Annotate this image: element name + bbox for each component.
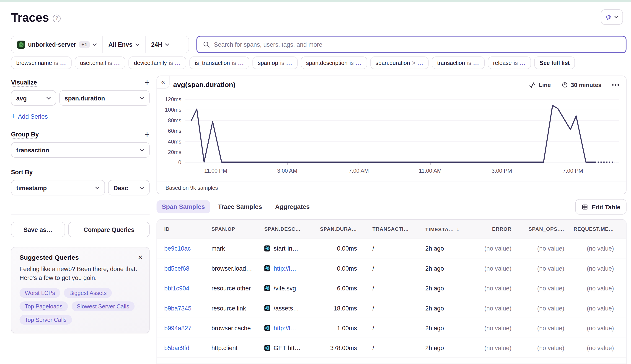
- aggregate-select[interactable]: avg: [11, 90, 56, 106]
- tab-span-samples[interactable]: Span Samples: [157, 200, 210, 213]
- span-id-link[interactable]: b9ba7345: [164, 304, 212, 312]
- chart-menu-icon[interactable]: [612, 84, 619, 86]
- plus-icon: +: [11, 112, 16, 120]
- span-id-link[interactable]: bbf1c904: [164, 284, 212, 291]
- group-by-label: Group By: [11, 131, 39, 138]
- column-header-span-op[interactable]: SPAN.OP: [211, 226, 264, 232]
- filter-chip-is-transaction[interactable]: is_transactionis...: [189, 56, 249, 69]
- column-header-timestamp[interactable]: TIMESTA…↓: [416, 226, 472, 232]
- span-id-link[interactable]: b5bac9fd: [164, 344, 212, 351]
- chart-title: avg(span.duration): [173, 81, 235, 89]
- suggested-query-top-server-calls[interactable]: Top Server Calls: [20, 315, 72, 324]
- filter-chip-user-email[interactable]: user.emailis...: [75, 56, 125, 69]
- filter-chip-span-duration[interactable]: span.duration>...: [370, 56, 429, 69]
- span-id-link[interactable]: bd5cef68: [164, 265, 212, 272]
- x-tick: 7:00 PM: [563, 168, 583, 174]
- table-header-row: ID SPAN.OP SPAN.DESC… SPAN.DURA… TRANSAC…: [157, 220, 626, 238]
- search-input[interactable]: [214, 41, 620, 48]
- span-description: /assets…: [273, 304, 299, 312]
- suggested-query-biggest-assets[interactable]: Biggest Assets: [64, 288, 112, 298]
- table-row: be9c10ac mark start-in… 0.00ms / 2h ago …: [157, 238, 626, 258]
- time-range-value: 24H: [151, 41, 162, 48]
- timestamp-value[interactable]: 2h ago: [425, 324, 444, 331]
- column-header-span-description[interactable]: SPAN.DESC…: [264, 226, 320, 232]
- suggested-queries-title: Suggested Queries: [20, 254, 141, 261]
- query-builder-sidebar: Visualize + avg span.duration + Add Seri…: [11, 76, 150, 333]
- see-full-list-button[interactable]: See full list: [534, 56, 575, 69]
- column-header-id[interactable]: ID: [164, 226, 212, 232]
- suggested-query-worst-lcps[interactable]: Worst LCPs: [20, 288, 60, 298]
- edit-table-button[interactable]: Edit Table: [575, 199, 626, 214]
- tab-trace-samples[interactable]: Trace Samples: [213, 200, 267, 213]
- span-description: /vite.svg: [273, 284, 296, 291]
- chevron-down-icon: [165, 43, 169, 46]
- compare-queries-button[interactable]: Compare Queries: [68, 222, 150, 237]
- filter-chip-release[interactable]: releaseis...: [488, 56, 531, 69]
- timestamp-value[interactable]: 2h ago: [425, 245, 444, 252]
- close-icon[interactable]: ×: [138, 253, 143, 261]
- filter-chip-device-family[interactable]: device.familyis...: [129, 56, 186, 69]
- project-icon: [17, 40, 25, 48]
- y-tick: 100ms: [160, 107, 181, 113]
- sort-direction-select[interactable]: Desc: [108, 180, 150, 196]
- line-chart-plot[interactable]: 11:00 PM 3:00 AM 7:00 AM 11:00 AM 3:00 P…: [185, 96, 619, 163]
- add-visualize-button[interactable]: +: [144, 79, 150, 86]
- suggested-query-slowest-server-calls[interactable]: Slowest Server Calls: [71, 301, 135, 311]
- chevron-down-icon: [140, 148, 145, 151]
- save-as-button[interactable]: Save as…: [11, 222, 65, 237]
- suggested-query-top-pageloads[interactable]: Top Pageloads: [20, 301, 68, 311]
- react-platform-icon: [264, 245, 270, 251]
- megaphone-icon: [605, 14, 612, 20]
- x-tick: 11:00 PM: [204, 168, 227, 174]
- timestamp-value[interactable]: 2h ago: [425, 284, 444, 291]
- table-row: bbf1c904 resource.other /vite.svg 6.00ms…: [157, 278, 626, 298]
- field-select[interactable]: span.duration: [59, 90, 150, 106]
- react-platform-icon: [264, 325, 270, 331]
- add-group-by-button[interactable]: +: [144, 131, 150, 138]
- sort-field-select[interactable]: timestamp: [11, 180, 105, 196]
- feedback-button[interactable]: [601, 9, 623, 25]
- x-tick: 11:00 AM: [419, 168, 442, 174]
- environment-selector[interactable]: All Envs: [103, 36, 145, 53]
- column-header-span-ops[interactable]: SPAN_OPS.…: [518, 226, 571, 232]
- span-id-link[interactable]: b994a827: [164, 324, 212, 331]
- help-icon[interactable]: ?: [53, 14, 61, 22]
- chevron-down-icon: [614, 16, 618, 18]
- chart-interval-selector[interactable]: 30 minutes: [561, 82, 601, 88]
- react-platform-icon: [264, 305, 270, 311]
- span-id-link[interactable]: be9c10ac: [164, 245, 212, 252]
- add-series-button[interactable]: + Add Series: [11, 112, 150, 120]
- y-tick: 20ms: [160, 149, 181, 155]
- span-description-link[interactable]: http://l…: [273, 265, 296, 272]
- x-tick: 3:00 AM: [277, 168, 297, 174]
- table-row: b41bfb26 resource.ifra… https://… 276.00…: [157, 358, 626, 364]
- column-header-transaction[interactable]: TRANSACTI…: [364, 226, 416, 232]
- column-header-span-duration[interactable]: SPAN.DURA…: [320, 226, 364, 232]
- timestamp-value[interactable]: 2h ago: [425, 344, 444, 351]
- span-description-link[interactable]: http://l…: [273, 324, 296, 331]
- page-filter-bar: unborked-server +1 All Envs 24H: [11, 36, 189, 53]
- suggested-queries-body: Feeling like a newb? Been there, done th…: [20, 264, 141, 282]
- chart-panel: « avg(span.duration) Line 30 minutes: [157, 76, 627, 194]
- clock-icon: [561, 82, 568, 88]
- tab-aggregates[interactable]: Aggregates: [270, 200, 315, 213]
- project-selector[interactable]: unborked-server +1: [12, 36, 102, 53]
- span-samples-table: ID SPAN.OP SPAN.DESC… SPAN.DURA… TRANSAC…: [157, 219, 627, 364]
- time-range-selector[interactable]: 24H: [145, 36, 175, 53]
- filter-chip-span-op[interactable]: span.opis...: [253, 56, 297, 69]
- column-header-request-method[interactable]: REQUEST.ME…: [571, 226, 614, 232]
- filter-chip-span-description[interactable]: span.descriptionis...: [301, 56, 367, 69]
- project-name: unborked-server: [28, 41, 76, 48]
- chart-type-selector[interactable]: Line: [529, 82, 551, 88]
- group-by-select[interactable]: transaction: [11, 142, 150, 158]
- chevron-down-icon: [93, 43, 97, 46]
- filter-chip-browser-name[interactable]: browser.nameis...: [11, 56, 71, 69]
- timestamp-value[interactable]: 2h ago: [425, 304, 444, 312]
- timestamp-value[interactable]: 2h ago: [425, 265, 444, 272]
- table-row: bd5cef68 browser.load… http://l… 0.00ms …: [157, 258, 626, 278]
- results-tabs: Span Samples Trace Samples Aggregates Ed…: [157, 199, 627, 214]
- filter-chip-transaction[interactable]: transactionis...: [432, 56, 485, 69]
- column-header-error[interactable]: ERROR: [472, 226, 518, 232]
- collapse-sidebar-button[interactable]: «: [157, 76, 169, 88]
- y-tick: 80ms: [160, 117, 181, 124]
